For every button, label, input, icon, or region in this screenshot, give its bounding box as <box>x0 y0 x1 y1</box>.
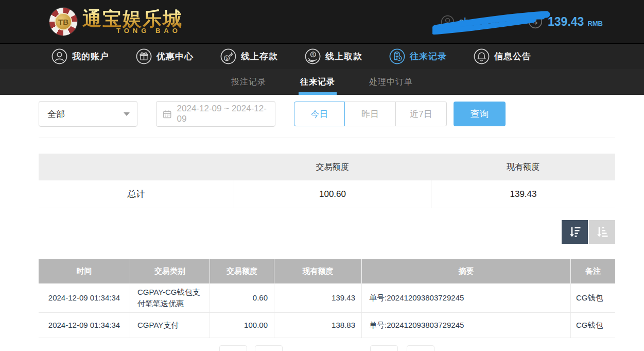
username-text: cheng8330 <box>459 16 510 28</box>
nav-item-withdraw[interactable]: $ 线上取款 <box>305 48 362 64</box>
user-area: cheng8330 $ 139.43 RMB <box>441 14 603 29</box>
col-header-amount: 交易额度 <box>210 259 274 283</box>
pager-first-button[interactable] <box>219 345 247 351</box>
range-last7days-button[interactable]: 近7日 <box>396 102 447 126</box>
quick-range-group: 今日 昨日 近7日 <box>294 102 447 126</box>
user-chunk[interactable]: cheng8330 <box>441 15 510 29</box>
deposit-icon: $ <box>220 48 236 64</box>
search-button[interactable]: 查询 <box>454 102 506 126</box>
balance-chunk[interactable]: $ 139.43 RMB <box>528 14 603 29</box>
summary-current-amount: 139.43 <box>431 180 615 208</box>
nav-item-promotions[interactable]: 优惠中心 <box>136 48 194 64</box>
nav-item-deposit[interactable]: $ 线上存款 <box>220 48 278 64</box>
date-range-input[interactable]: 2024-12-09 ~ 2024-12-09 <box>156 101 275 127</box>
calendar-icon <box>163 109 172 119</box>
dollar-coin-icon: $ <box>528 14 543 29</box>
cell-balance: 138.83 <box>274 313 361 338</box>
chevron-down-icon <box>124 112 130 116</box>
type-select-value: 全部 <box>47 108 65 120</box>
cell-time: 2024-12-09 01:34:34 <box>39 283 130 312</box>
summary-header-empty <box>39 154 234 180</box>
avatar-icon <box>441 15 455 29</box>
poker-chip-icon: TB <box>49 8 77 36</box>
pager-last-button[interactable] <box>407 345 434 351</box>
summary-header-transaction: 交易额度 <box>234 154 431 180</box>
withdraw-icon: $ <box>305 48 321 64</box>
balance-currency: RMB <box>587 16 603 27</box>
date-range-value: 2024-12-09 ~ 2024-12-09 <box>177 104 269 124</box>
nav-label: 往来记录 <box>410 51 447 62</box>
bell-icon <box>474 48 490 64</box>
col-header-type: 交易类别 <box>130 259 210 283</box>
col-header-summary: 摘要 <box>361 259 570 283</box>
nav-item-my-account[interactable]: 我的账户 <box>51 48 109 64</box>
sort-ascending-icon <box>596 225 609 239</box>
col-header-balance: 现有额度 <box>274 259 361 283</box>
records-icon <box>389 48 405 64</box>
brand-name-en: TONG BAO <box>116 27 183 34</box>
table-row: 2024-12-09 01:34:34 CGPAY-CG钱包支付笔笔送优惠 0.… <box>39 283 615 313</box>
cell-amount: 0.60 <box>210 283 274 312</box>
section-divider <box>39 138 615 138</box>
summary-table: 交易额度 现有额度 总计 100.60 139.43 <box>39 154 615 208</box>
cell-time: 2024-12-09 01:34:34 <box>39 313 130 338</box>
cell-summary: 单号:202412093803729245 <box>361 283 570 312</box>
sub-nav: 投注记录 往来记录 处理中订单 <box>0 69 644 95</box>
nav-label: 我的账户 <box>72 51 109 62</box>
cell-balance: 139.43 <box>274 283 361 312</box>
range-today-button[interactable]: 今日 <box>294 102 345 126</box>
filter-row: 全部 2024-12-09 ~ 2024-12-09 今日 昨日 近7日 查询 <box>39 101 615 127</box>
brand-name-cn: 通宝娱乐城 <box>82 9 183 28</box>
records-header-row: 时间 交易类别 交易额度 现有额度 摘要 备注 <box>39 259 615 283</box>
svg-text:$: $ <box>312 52 315 57</box>
gift-icon <box>136 48 152 64</box>
col-header-time: 时间 <box>39 259 130 283</box>
type-select[interactable]: 全部 <box>39 101 137 127</box>
content: 全部 2024-12-09 ~ 2024-12-09 今日 昨日 近7日 查询 <box>39 101 615 338</box>
user-circle-icon <box>51 48 67 64</box>
brand-text: 通宝娱乐城 TONG BAO <box>82 9 183 34</box>
nav-label: 优惠中心 <box>156 51 194 62</box>
main-nav: 我的账户 优惠中心 $ 线上存款 $ 线上取款 <box>0 43 644 69</box>
range-yesterday-button[interactable]: 昨日 <box>345 102 396 126</box>
nav-item-transaction-records[interactable]: 往来记录 <box>389 48 447 64</box>
summary-total-label: 总计 <box>39 180 234 208</box>
cell-summary: 单号:202412093803729245 <box>361 313 570 338</box>
nav-label: 线上存款 <box>241 51 278 62</box>
sort-controls <box>39 220 615 244</box>
pager-next-button[interactable] <box>370 345 398 351</box>
balance-amount: 139.43 <box>548 15 584 29</box>
pager-prev-button[interactable] <box>255 345 283 351</box>
sort-descending-button[interactable] <box>562 220 588 244</box>
col-header-note: 备注 <box>570 259 615 283</box>
sort-descending-icon <box>568 225 582 239</box>
tab-betting-records[interactable]: 投注记录 <box>231 69 266 95</box>
sort-ascending-button[interactable] <box>589 220 615 244</box>
cell-type: CGPAY支付 <box>130 313 210 338</box>
table-row: 2024-12-09 01:34:34 CGPAY支付 100.00 138.8… <box>39 313 615 338</box>
summary-transaction-amount: 100.60 <box>234 180 431 208</box>
brand-logo[interactable]: TB 通宝娱乐城 TONG BAO <box>49 8 183 36</box>
top-header: TB 通宝娱乐城 TONG BAO cheng8330 $ <box>0 0 644 43</box>
nav-item-announcements[interactable]: 信息公告 <box>474 48 531 64</box>
tab-transaction-records[interactable]: 往来记录 <box>300 69 335 95</box>
svg-text:$: $ <box>533 17 537 26</box>
cell-note: CG钱包 <box>570 313 615 338</box>
records-table: 时间 交易类别 交易额度 现有额度 摘要 备注 2024-12-09 01:34… <box>39 259 615 338</box>
cell-amount: 100.00 <box>210 313 274 338</box>
summary-header-current: 现有额度 <box>431 154 615 180</box>
cell-type: CGPAY-CG钱包支付笔笔送优惠 <box>130 283 210 312</box>
tab-pending-orders[interactable]: 处理中订单 <box>369 69 413 95</box>
chip-label: TB <box>55 13 72 30</box>
nav-label: 信息公告 <box>494 51 531 62</box>
cell-note: CG钱包 <box>570 283 615 312</box>
svg-text:$: $ <box>225 56 228 61</box>
nav-label: 线上取款 <box>325 51 362 62</box>
